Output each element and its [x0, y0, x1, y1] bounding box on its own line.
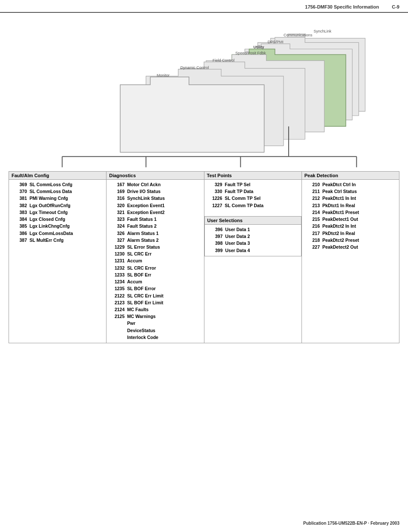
communications-label: Communications — [284, 33, 313, 37]
test-points-panel: Test Points 329Fault TP Sel 330Fault TP … — [204, 171, 302, 343]
tabs-diagram: SynchLink Communications DPS/PMI Utility… — [26, 17, 382, 171]
table-row: 383Lgx Timeout Cnfg — [12, 209, 103, 216]
table-row: 169Drive I/O Status — [109, 188, 201, 195]
table-row: 398User Data 3 — [207, 240, 299, 247]
table-row: 1235SL BOF Error — [109, 285, 201, 292]
user-selections-body: 396User Data 1 397User Data 2 398User Da… — [205, 225, 301, 256]
table-row: 211Peak Ctrl Status — [305, 188, 396, 195]
fieldcontrol-label: Field Control — [213, 58, 234, 62]
diagnostics-header: Diagnostics — [106, 172, 204, 180]
panels-area: Fault/Alm Config 369SL CommLoss Cnfg 370… — [0, 171, 408, 343]
table-row: 369SL CommLoss Cnfg — [12, 181, 103, 188]
peak-detection-body: 210PeakDtct Ctrl In 211Peak Ctrl Status … — [302, 180, 399, 253]
test-points-header: Test Points — [204, 172, 302, 180]
table-row: 327Alarm Status 2 — [109, 237, 201, 244]
footer-text: Publication 1756-UM522B-EN-P · February … — [303, 521, 399, 526]
utility-label: Utility — [254, 45, 264, 49]
table-row: 2123SL BOF Err Limit — [109, 300, 201, 306]
table-row: 1230SL CRC Err — [109, 251, 201, 257]
table-row: 384Lgx Closed Cnfg — [12, 216, 103, 223]
table-row: 215PeakDetect1 Out — [305, 216, 396, 223]
table-row: 1231Accum — [109, 258, 201, 264]
table-row: 326Alarm Status 1 — [109, 230, 201, 237]
table-row: 316SynchLink Status — [109, 195, 201, 202]
table-row: Pwr — [109, 320, 201, 327]
table-row: 323Fault Status 1 — [109, 216, 201, 223]
page-header: 1756-DMF30 Specific Information C-9 — [0, 0, 408, 13]
table-row: 227PeakDetect2 Out — [305, 244, 396, 250]
table-row: 167Motor Ctrl Ackn — [109, 181, 201, 188]
table-row: 2122SL CRC Err Limit — [109, 293, 201, 299]
table-row: DeviceStatus — [109, 327, 201, 334]
dynamiccontrol-label: Dynamic Control — [180, 65, 209, 70]
peak-detection-header: Peak Detection — [302, 172, 399, 180]
table-row: 213PkDtct1 In Real — [305, 202, 396, 209]
page-footer: Publication 1756-UM522B-EN-P · February … — [303, 521, 399, 526]
table-row: Interlock Code — [109, 334, 201, 341]
table-row: 216PeakDtct2 In Int — [305, 223, 396, 229]
table-row: 396User Data 1 — [207, 226, 299, 233]
table-row: 329Fault TP Sel — [207, 181, 299, 188]
diagnostics-body: 167Motor Ctrl Ackn 169Drive I/O Status 3… — [106, 180, 204, 343]
table-row: 1233SL BOF Err — [109, 272, 201, 278]
table-row: 386Lgx CommLossData — [12, 230, 103, 237]
monitor-tab: Monitor — [120, 73, 264, 152]
fault-alm-panel: Fault/Alm Config 369SL CommLoss Cnfg 370… — [9, 171, 106, 343]
table-row: 217PkDtct2 In Real — [305, 230, 396, 237]
table-row: 397User Data 2 — [207, 233, 299, 240]
fault-alm-body: 369SL CommLoss Cnfg 370SL CommLoss Data … — [9, 180, 106, 246]
table-row: 321Exception Event2 — [109, 209, 201, 216]
table-row: 399User Data 4 — [207, 247, 299, 254]
dpspmi-label: DPS/PMI — [268, 40, 284, 44]
fault-alm-header: Fault/Alm Config — [9, 172, 106, 180]
table-row: 320Exception Event1 — [109, 202, 201, 209]
diagnostics-panel: Diagnostics 167Motor Ctrl Ackn 169Drive … — [106, 171, 204, 343]
table-row: 381PMI Warning Cnfg — [12, 195, 103, 202]
table-row: 1234Accum — [109, 279, 201, 285]
table-row: 212PeakDtct1 In Int — [305, 195, 396, 202]
table-row: 218PeakDtct2 Preset — [305, 237, 396, 244]
table-row: 387SL MultErr Cnfg — [12, 237, 103, 244]
table-row: 210PeakDtct Ctrl In — [305, 181, 396, 188]
table-row: 2125MC Warnings — [109, 313, 201, 320]
header-title: 1756-DMF30 Specific Information — [305, 4, 379, 9]
table-row: 214PeakDtct1 Preset — [305, 209, 396, 216]
synchlink-label: SynchLink — [313, 29, 331, 33]
speed-label: Speed/Posit Fdbk — [235, 51, 266, 55]
table-row: 1232SL CRC Error — [109, 265, 201, 271]
user-selections-panel: User Selections 396User Data 1 397User D… — [204, 216, 302, 256]
table-row: 1229SL Error Status — [109, 244, 201, 250]
table-row: 1227SL Comm TP Data — [207, 202, 299, 209]
peak-detection-panel: Peak Detection 210PeakDtct Ctrl In 211Pe… — [302, 171, 399, 343]
table-row: 385Lgx LinkChngCnfg — [12, 223, 103, 229]
table-row: 382Lgx OutOfRunCnfg — [12, 202, 103, 209]
monitor-label: Monitor — [157, 73, 169, 77]
table-row: 1226SL Comm TP Sel — [207, 195, 299, 202]
table-row: 324Fault Status 2 — [109, 223, 201, 229]
table-row: 2124MC Faults — [109, 306, 201, 313]
diagram-area: SynchLink Communications DPS/PMI Utility… — [26, 17, 382, 171]
user-selections-header: User Selections — [205, 217, 301, 225]
table-row: 370SL CommLoss Data — [12, 188, 103, 195]
table-row: 330Fault TP Data — [207, 188, 299, 195]
test-points-body: 329Fault TP Sel 330Fault TP Data 1226SL … — [204, 180, 302, 211]
header-page: C-9 — [392, 4, 399, 9]
